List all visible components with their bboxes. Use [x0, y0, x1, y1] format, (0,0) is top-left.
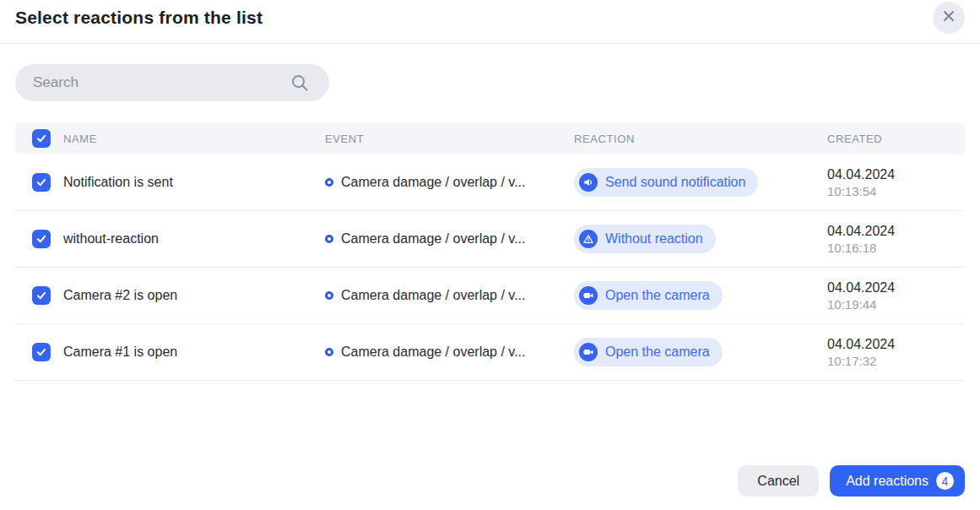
search-bar: [15, 64, 329, 101]
modal-title: Select reactions from the list: [15, 8, 263, 28]
created-time: 10:19:44: [827, 296, 965, 313]
row-name: Camera #2 is open: [63, 288, 325, 303]
created-date: 04.04.2024: [827, 279, 965, 296]
camera-icon: [579, 286, 598, 305]
table-row[interactable]: Camera #1 is open Camera damage / overla…: [15, 324, 965, 381]
reaction-label: Open the camera: [605, 345, 710, 360]
row-checkbox[interactable]: [32, 173, 51, 192]
reaction-label: Send sound notification: [605, 175, 745, 190]
close-button[interactable]: [933, 2, 965, 34]
table-row[interactable]: without-reaction Camera damage / overlap…: [15, 211, 965, 268]
created-time: 10:13:54: [827, 183, 965, 200]
event-label: Camera damage / overlap / v...: [341, 175, 525, 190]
reactions-table: NAME EVENT REACTION CREATED Notification…: [15, 122, 965, 381]
event-label: Camera damage / overlap / v...: [341, 288, 525, 303]
camera-icon: [579, 343, 598, 361]
event-label: Camera damage / overlap / v...: [341, 231, 525, 247]
row-checkbox[interactable]: [32, 343, 51, 361]
select-all-checkbox[interactable]: [32, 129, 51, 148]
row-created: 04.04.2024 10:19:44: [827, 279, 965, 313]
event-ring-icon: [325, 235, 333, 243]
search-icon[interactable]: [290, 73, 309, 92]
row-name: Notification is sent: [63, 175, 325, 190]
row-name: without-reaction: [63, 231, 325, 247]
reaction-label: Without reaction: [605, 231, 703, 247]
reaction-pill[interactable]: Open the camera: [574, 338, 723, 366]
event-ring-icon: [325, 178, 333, 187]
created-date: 04.04.2024: [827, 335, 965, 353]
row-event: Camera damage / overlap / v...: [325, 231, 574, 247]
row-checkbox[interactable]: [32, 230, 51, 248]
header-created: CREATED: [827, 133, 965, 145]
created-time: 10:16:18: [827, 240, 965, 257]
row-created: 04.04.2024 10:16:18: [827, 222, 965, 257]
reaction-pill[interactable]: Send sound notification: [574, 168, 758, 197]
modal-header: Select reactions from the list: [0, 0, 980, 44]
row-checkbox[interactable]: [32, 286, 51, 305]
created-time: 10:17:32: [827, 353, 965, 370]
event-ring-icon: [325, 291, 333, 300]
add-reactions-button[interactable]: Add reactions 4: [830, 465, 965, 496]
event-label: Camera damage / overlap / v...: [341, 345, 525, 360]
reaction-label: Open the camera: [605, 288, 710, 303]
warning-icon: [579, 230, 598, 248]
row-name: Camera #1 is open: [63, 345, 325, 360]
close-icon: [942, 9, 956, 26]
header-reaction: REACTION: [574, 133, 827, 145]
cancel-button[interactable]: Cancel: [738, 465, 819, 496]
search-input[interactable]: [15, 64, 329, 101]
event-ring-icon: [325, 348, 333, 356]
created-date: 04.04.2024: [827, 222, 965, 240]
row-event: Camera damage / overlap / v...: [325, 345, 574, 360]
row-created: 04.04.2024 10:13:54: [827, 165, 965, 200]
row-created: 04.04.2024 10:17:32: [827, 335, 965, 370]
reaction-pill[interactable]: Without reaction: [574, 225, 716, 253]
selected-count-badge: 4: [936, 472, 954, 490]
header-name: NAME: [63, 133, 325, 145]
add-reactions-label: Add reactions: [846, 474, 929, 489]
modal-footer: Cancel Add reactions 4: [738, 465, 965, 496]
row-event: Camera damage / overlap / v...: [325, 175, 574, 190]
row-event: Camera damage / overlap / v...: [325, 288, 574, 303]
header-event: EVENT: [325, 133, 574, 145]
table-header-row: NAME EVENT REACTION CREATED: [15, 122, 965, 155]
created-date: 04.04.2024: [827, 165, 965, 183]
reaction-pill[interactable]: Open the camera: [574, 281, 723, 310]
table-body: Notification is sent Camera damage / ove…: [15, 155, 965, 381]
table-row[interactable]: Notification is sent Camera damage / ove…: [15, 155, 965, 211]
table-row[interactable]: Camera #2 is open Camera damage / overla…: [15, 268, 965, 324]
sound-icon: [579, 173, 598, 192]
